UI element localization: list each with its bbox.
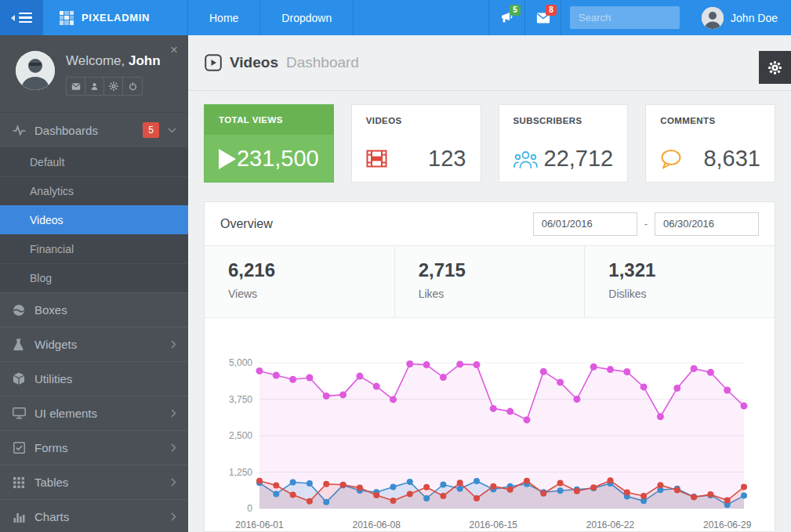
- date-from-input[interactable]: [533, 212, 637, 236]
- nav-item-dropdown[interactable]: Dropdown: [260, 0, 354, 35]
- sidebar-item-widgets[interactable]: Widgets: [0, 327, 188, 361]
- navbar-search: [561, 0, 688, 35]
- grid-icon: [12, 477, 26, 488]
- sidebar-item-forms[interactable]: Forms: [0, 430, 188, 465]
- date-to-input[interactable]: [655, 212, 759, 236]
- settings-action-button[interactable]: [104, 78, 123, 95]
- logout-action-button[interactable]: [123, 78, 142, 95]
- date-separator: -: [644, 218, 648, 230]
- gear-icon: [768, 61, 782, 74]
- stat-label: Views: [228, 288, 394, 300]
- panel-title: Overview: [220, 217, 533, 231]
- mail-action-button[interactable]: [67, 78, 85, 95]
- film-icon: [366, 148, 387, 169]
- card-value: 22,712: [544, 147, 614, 170]
- close-icon[interactable]: ×: [170, 43, 178, 56]
- users-icon: [513, 150, 538, 168]
- card-videos: VIDEOS 123: [351, 104, 481, 183]
- messages-button[interactable]: 8: [524, 0, 561, 35]
- bar-chart-icon: [12, 512, 26, 523]
- sidebar-user-panel: × Welcome, John: [0, 35, 188, 113]
- profile-action-button[interactable]: [85, 78, 104, 95]
- chevron-down-icon: [168, 128, 176, 133]
- stat-value: 6,216: [228, 259, 394, 281]
- monitor-icon: [12, 407, 26, 419]
- sidebar-item-analytics[interactable]: Analytics: [0, 176, 188, 205]
- sidebar-item-label: Charts: [34, 510, 162, 523]
- hamburger-icon: [19, 13, 32, 24]
- user-quick-actions: [66, 77, 143, 96]
- svg-text:2016-06-29: 2016-06-29: [703, 519, 752, 530]
- card-label: SUBSCRIBERS: [499, 105, 628, 125]
- stat-value: 2,715: [419, 259, 585, 281]
- sidebar-item-boxes[interactable]: Boxes: [0, 292, 188, 327]
- user-menu[interactable]: John Doe: [688, 0, 791, 35]
- svg-text:2016-06-01: 2016-06-01: [235, 519, 284, 530]
- svg-text:5,000: 5,000: [229, 357, 252, 368]
- card-value: 8,631: [703, 147, 760, 170]
- sidebar-item-label: Utilities: [34, 372, 176, 385]
- settings-button[interactable]: [759, 51, 791, 84]
- sidebar-toggle-button[interactable]: [0, 0, 43, 35]
- flask-icon: [12, 338, 26, 351]
- sidebar-item-ui-elements[interactable]: UI elements: [0, 396, 188, 430]
- comment-icon: [660, 149, 682, 169]
- sidebar: × Welcome, John: [0, 35, 188, 532]
- sidebar-item-utilities[interactable]: Utilities: [0, 361, 188, 396]
- sidebar-item-charts[interactable]: Charts: [0, 499, 188, 532]
- svg-text:2016-06-08: 2016-06-08: [353, 519, 401, 530]
- main-content: Videos Dashboard TOTAL VIEWS: [188, 35, 791, 532]
- sidebar-avatar: [16, 51, 55, 90]
- collapse-arrow-icon: [11, 15, 15, 21]
- nav-item-home[interactable]: Home: [188, 0, 260, 35]
- sidebar-item-tables[interactable]: Tables: [0, 465, 188, 499]
- stat-cards: TOTAL VIEWS 231,500 VIDEOS: [204, 104, 775, 183]
- card-subscribers: SUBSCRIBERS 22,712: [499, 104, 629, 183]
- video-icon: [205, 54, 222, 71]
- sidebar-item-label: Tables: [34, 476, 162, 489]
- welcome-text: Welcome, John: [66, 53, 161, 69]
- brand-logo-icon: [60, 11, 74, 25]
- sidebar-item-default[interactable]: Default: [0, 147, 188, 176]
- sidebar-item-financial[interactable]: Financial: [0, 234, 188, 263]
- svg-text:2016-06-15: 2016-06-15: [470, 519, 518, 530]
- stat-views: 6,216 Views: [205, 246, 394, 317]
- page-header: Videos Dashboard: [188, 35, 791, 91]
- brand[interactable]: PIXELADMIN: [43, 0, 188, 35]
- announcements-button[interactable]: 5: [488, 0, 524, 35]
- messages-badge: 8: [546, 5, 557, 16]
- card-value: 231,500: [237, 147, 319, 170]
- dashboards-submenu: Default Analytics Videos Financial Blog: [0, 147, 188, 292]
- sidebar-item-videos[interactable]: Videos: [0, 205, 188, 234]
- card-label: TOTAL VIEWS: [219, 115, 283, 125]
- power-icon: [129, 81, 137, 91]
- brand-name: PIXELADMIN: [82, 12, 150, 24]
- envelope-icon: [71, 83, 81, 90]
- sidebar-item-label: Forms: [34, 441, 162, 454]
- boxes-icon: [12, 304, 26, 317]
- stat-label: Dislikes: [608, 288, 775, 300]
- sidebar-item-label: Widgets: [34, 338, 162, 351]
- search-input[interactable]: [570, 6, 680, 29]
- welcome-name: John: [129, 53, 161, 68]
- gear-icon: [109, 81, 118, 91]
- svg-text:2,500: 2,500: [229, 430, 252, 441]
- overview-panel: Overview - 6,216 Views 2,715 Likes 1,321…: [204, 201, 775, 532]
- overview-chart-area: 01,2502,5003,7505,0002016-06-012016-06-0…: [205, 318, 775, 531]
- sidebar-item-dashboards[interactable]: Dashboards 5: [0, 113, 188, 147]
- card-value: 123: [428, 147, 466, 170]
- top-navbar: PIXELADMIN Home Dropdown 5 8: [0, 0, 791, 35]
- card-total-views: TOTAL VIEWS 231,500: [204, 104, 334, 183]
- chevron-right-icon: [171, 478, 176, 487]
- user-name: John Doe: [731, 12, 778, 24]
- sidebar-item-blog[interactable]: Blog: [0, 263, 188, 292]
- person-icon: [90, 82, 99, 91]
- stat-dislikes: 1,321 Dislikes: [584, 246, 775, 317]
- card-label: COMMENTS: [646, 105, 775, 125]
- chevron-right-icon: [171, 443, 176, 452]
- check-square-icon: [12, 442, 26, 454]
- user-avatar: [702, 7, 724, 29]
- chevron-right-icon: [171, 340, 176, 349]
- cube-icon: [12, 372, 26, 385]
- stat-label: Likes: [419, 288, 585, 300]
